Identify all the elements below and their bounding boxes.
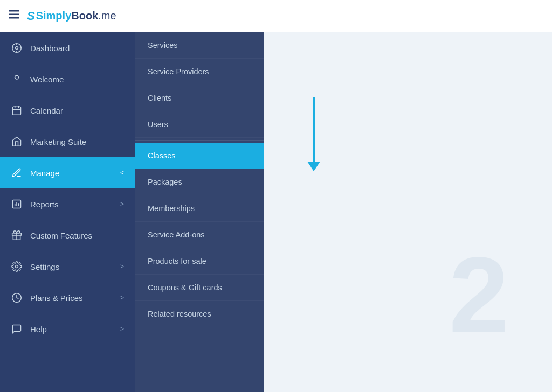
- sidebar-label-calendar: Calendar: [30, 106, 124, 115]
- help-icon: [11, 323, 23, 335]
- sidebar-label-dashboard: Dashboard: [30, 44, 124, 53]
- sidebar-item-marketing[interactable]: Marketing Suite: [0, 126, 135, 157]
- manage-arrow: <: [120, 169, 124, 177]
- logo-book: Book: [71, 10, 98, 22]
- submenu-label-users: Users: [148, 120, 168, 129]
- welcome-icon: [11, 73, 23, 85]
- svg-rect-0: [9, 10, 19, 12]
- sidebar-label-features: Custom Features: [30, 231, 124, 240]
- submenu-item-classes[interactable]: Classes: [135, 143, 264, 169]
- sidebar-item-features[interactable]: Custom Features: [0, 220, 135, 251]
- sidebar-label-manage: Manage: [30, 169, 120, 178]
- submenu-item-coupons[interactable]: Coupons & Gift cards: [135, 275, 264, 301]
- plans-arrow: >: [120, 294, 124, 302]
- logo[interactable]: S Simply Book .me: [27, 9, 116, 23]
- logo-simply: Simply: [36, 10, 72, 22]
- reports-arrow: >: [120, 200, 124, 208]
- reports-icon: [11, 198, 23, 210]
- submenu-item-users[interactable]: Users: [135, 111, 264, 138]
- sidebar-item-help[interactable]: Help >: [0, 313, 135, 345]
- submenu-divider: [135, 140, 264, 141]
- arrow-head: [307, 162, 320, 171]
- features-icon: [11, 229, 23, 241]
- manage-icon: [11, 167, 23, 179]
- svg-rect-1: [9, 14, 19, 16]
- sidebar: Dashboard Welcome Calendar: [0, 32, 135, 392]
- help-arrow: >: [120, 325, 124, 333]
- submenu-item-service-providers[interactable]: Service Providers: [135, 59, 264, 85]
- settings-arrow: >: [120, 263, 124, 270]
- plans-icon: [11, 292, 23, 304]
- submenu-item-memberships[interactable]: Memberships: [135, 195, 264, 222]
- submenu-label-clients: Clients: [148, 94, 171, 102]
- svg-point-8: [16, 265, 18, 268]
- submenu-label-service-addons: Service Add-ons: [148, 230, 205, 239]
- sidebar-label-marketing: Marketing Suite: [30, 137, 124, 146]
- step-number: 2: [449, 241, 509, 349]
- submenu-item-products[interactable]: Products for sale: [135, 248, 264, 275]
- sidebar-label-reports: Reports: [30, 200, 120, 209]
- sidebar-label-plans: Plans & Prices: [30, 293, 120, 303]
- logo-s-icon: S: [27, 9, 35, 23]
- dashboard-icon: [11, 42, 23, 54]
- submenu-item-clients[interactable]: Clients: [135, 85, 264, 111]
- settings-icon: [11, 261, 23, 272]
- submenu-label-service-providers: Service Providers: [148, 67, 209, 76]
- arrow-down-indicator: [307, 97, 320, 171]
- sidebar-item-calendar[interactable]: Calendar: [0, 95, 135, 126]
- submenu-item-services[interactable]: Services: [135, 32, 264, 59]
- calendar-icon: [11, 104, 23, 116]
- sidebar-item-welcome[interactable]: Welcome: [0, 64, 135, 95]
- sidebar-item-settings[interactable]: Settings >: [0, 251, 135, 282]
- submenu-label-products: Products for sale: [148, 257, 206, 265]
- submenu-item-related[interactable]: Related resources: [135, 301, 264, 327]
- layout: Dashboard Welcome Calendar: [0, 32, 552, 392]
- submenu-label-services: Services: [148, 41, 178, 50]
- submenu-label-classes: Classes: [148, 151, 176, 160]
- submenu-label-memberships: Memberships: [148, 204, 195, 213]
- submenu-label-packages: Packages: [148, 178, 182, 186]
- logo-me: .me: [98, 10, 116, 22]
- svg-point-4: [16, 47, 18, 50]
- arrow-line: [313, 97, 315, 162]
- marketing-icon: [11, 136, 23, 148]
- sidebar-label-welcome: Welcome: [30, 75, 124, 84]
- main-content: 2: [264, 32, 552, 392]
- menu-icon[interactable]: [9, 10, 19, 22]
- submenu-label-coupons: Coupons & Gift cards: [148, 283, 222, 292]
- sidebar-label-help: Help: [30, 325, 120, 334]
- submenu-item-service-addons[interactable]: Service Add-ons: [135, 222, 264, 248]
- sidebar-item-dashboard[interactable]: Dashboard: [0, 32, 135, 64]
- submenu-manage: Services Service Providers Clients Users…: [135, 32, 264, 392]
- sidebar-label-settings: Settings: [30, 262, 120, 271]
- svg-rect-6: [13, 107, 21, 115]
- svg-rect-2: [9, 17, 19, 19]
- submenu-label-related: Related resources: [148, 310, 211, 318]
- header: S Simply Book .me: [0, 0, 552, 32]
- submenu-item-packages[interactable]: Packages: [135, 169, 264, 195]
- sidebar-item-manage[interactable]: Manage <: [0, 157, 135, 188]
- sidebar-item-plans[interactable]: Plans & Prices >: [0, 282, 135, 313]
- sidebar-item-reports[interactable]: Reports >: [0, 188, 135, 220]
